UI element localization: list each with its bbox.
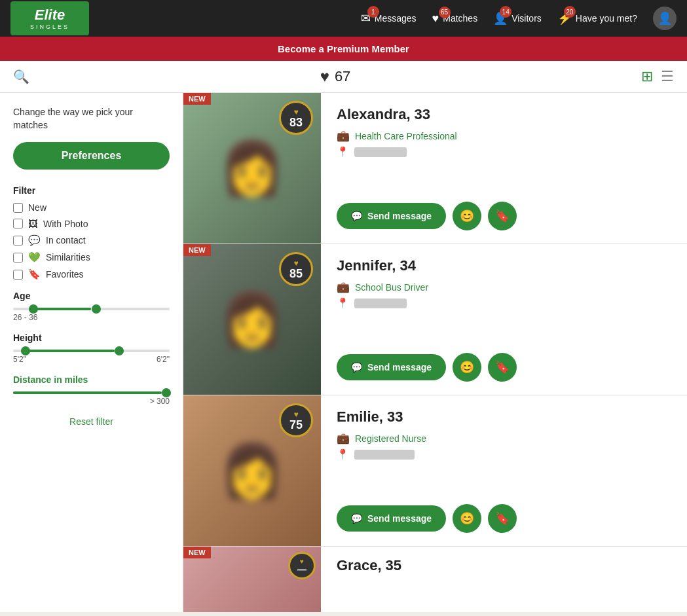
filter-with-photo[interactable]: 🖼 With Photo xyxy=(13,218,170,229)
favorites-icon: 🔖 xyxy=(28,268,41,280)
send-message-btn-3[interactable]: 💬 Send message xyxy=(337,505,446,532)
age-slider-min-thumb[interactable] xyxy=(29,304,38,314)
bookmark-btn-1[interactable]: 🔖 xyxy=(488,202,517,230)
match-location-3: 📍 ██████████ xyxy=(337,448,671,460)
match-actions-3: 💬 Send message 😊 🔖 xyxy=(337,504,671,533)
filter-favorites-checkbox[interactable] xyxy=(13,270,23,280)
smile-btn-2[interactable]: 😊 xyxy=(453,353,481,382)
match-location-text-3: ██████████ xyxy=(354,450,415,460)
bookmark-btn-3[interactable]: 🔖 xyxy=(488,504,517,533)
chat-icon-1: 💬 xyxy=(351,211,362,221)
match-location-2: 📍 ███████ xyxy=(337,297,671,309)
filter-favorites-label: Favorites xyxy=(46,269,84,280)
score-heart-3: ♥ xyxy=(293,410,298,419)
distance-slider-fill xyxy=(13,391,162,394)
messages-badge: 1 xyxy=(367,6,379,18)
match-name-4: Grace, 35 xyxy=(337,557,671,574)
have-you-met-label: Have you met? xyxy=(576,13,637,24)
new-badge-1: NEW xyxy=(183,93,211,105)
briefcase-icon-2: 💼 xyxy=(337,281,350,293)
filter-similarities[interactable]: 💚 Similarities xyxy=(13,251,170,263)
match-photo-2: NEW ♥ 85 👩 xyxy=(183,244,321,395)
logo-sub: SINGLES xyxy=(30,24,69,30)
match-info-4: Grace, 35 xyxy=(321,547,687,612)
sidebar: Change the way we pick your matches Pref… xyxy=(0,93,183,612)
logo[interactable]: Elite SINGLES xyxy=(10,1,89,35)
bookmark-btn-2[interactable]: 🔖 xyxy=(488,353,517,382)
main-content: Change the way we pick your matches Pref… xyxy=(0,93,687,612)
smile-btn-1[interactable]: 😊 xyxy=(453,202,481,230)
reset-filter-button[interactable]: Reset filter xyxy=(69,416,113,427)
search-bar: 🔍 ♥ 67 ⊞ ☰ xyxy=(0,61,687,93)
age-slider-labels: 26 - 36 xyxy=(13,313,170,322)
score-num-2: 85 xyxy=(289,268,303,280)
chat-icon-2: 💬 xyxy=(351,362,362,372)
heart-count-icon: ♥ xyxy=(320,67,329,86)
distance-section-title: Distance in miles xyxy=(13,374,170,385)
smile-btn-3[interactable]: 😊 xyxy=(453,504,481,533)
search-icon[interactable]: 🔍 xyxy=(13,69,29,84)
premium-bar[interactable]: Become a Premium Member xyxy=(0,37,687,61)
list-view-icon[interactable]: ☰ xyxy=(661,68,674,85)
score-heart-2: ♥ xyxy=(293,259,298,268)
filter-in-contact-label: In contact xyxy=(46,235,86,245)
filter-new-checkbox[interactable] xyxy=(13,203,23,213)
match-photo-1: NEW ♥ 83 👩 xyxy=(183,93,321,244)
nav-have-you-met[interactable]: 20 ⚡ Have you met? xyxy=(557,11,637,26)
height-max-label: 6'2" xyxy=(157,355,170,364)
height-min-label: 5'2" xyxy=(13,355,26,364)
match-location-text-2: ███████ xyxy=(354,299,407,308)
send-btn-label-2: Send message xyxy=(367,362,432,372)
filter-with-photo-checkbox[interactable] xyxy=(13,219,23,228)
score-badge-4: ♥ — xyxy=(288,552,316,579)
match-location-1: 📍 ████████ xyxy=(337,146,671,158)
score-badge-1: ♥ 83 xyxy=(279,101,313,135)
filter-new[interactable]: New xyxy=(13,202,170,213)
heart-count-display: ♥ 67 xyxy=(320,67,351,86)
chat-icon-3: 💬 xyxy=(351,513,362,524)
grid-view-icon[interactable]: ⊞ xyxy=(641,68,653,85)
similarities-icon: 💚 xyxy=(28,251,41,263)
new-badge-2: NEW xyxy=(183,244,211,256)
match-job-3: 💼 Registered Nurse xyxy=(337,432,671,444)
filter-in-contact-checkbox[interactable] xyxy=(13,236,23,245)
send-message-btn-2[interactable]: 💬 Send message xyxy=(337,354,446,380)
heart-nav-icon: ♥ xyxy=(432,12,439,26)
match-info-1: Alexandra, 33 💼 Health Care Professional… xyxy=(321,93,687,244)
filter-similarities-label: Similarities xyxy=(46,252,90,263)
match-photo-4: NEW ♥ — xyxy=(183,547,321,612)
height-slider-track xyxy=(13,350,170,352)
nav-items: 1 ✉ Messages 65 ♥ Matches 14 👤 Visitors … xyxy=(361,7,677,30)
score-heart-4: ♥ xyxy=(300,558,304,565)
filter-favorites[interactable]: 🔖 Favorites xyxy=(13,268,170,280)
nav-matches[interactable]: 65 ♥ Matches xyxy=(432,12,478,26)
location-icon-1: 📍 xyxy=(337,146,349,158)
age-slider-max-thumb[interactable] xyxy=(92,304,101,314)
score-badge-2: ♥ 85 xyxy=(279,252,313,286)
user-avatar[interactable]: 👤 xyxy=(653,7,677,30)
match-name-1: Alexandra, 33 xyxy=(337,106,671,123)
send-message-btn-1[interactable]: 💬 Send message xyxy=(337,203,446,229)
preferences-button[interactable]: Preferences xyxy=(13,142,170,170)
filter-new-label: New xyxy=(28,202,46,213)
height-slider-max-thumb[interactable] xyxy=(115,346,124,355)
have-you-met-badge: 20 xyxy=(564,6,576,18)
filter-similarities-checkbox[interactable] xyxy=(13,253,23,263)
height-slider-min-thumb[interactable] xyxy=(21,346,30,355)
nav-messages[interactable]: 1 ✉ Messages xyxy=(361,11,417,26)
distance-slider-thumb[interactable] xyxy=(162,388,171,397)
matches-list: NEW ♥ 83 👩 Alexandra, 33 💼 Health Care P… xyxy=(183,93,687,612)
height-slider-fill xyxy=(21,350,115,352)
match-job-label-1: Health Care Professional xyxy=(355,131,457,141)
messages-label: Messages xyxy=(375,13,417,24)
score-heart-1: ♥ xyxy=(293,107,298,117)
filter-in-contact[interactable]: 💬 In contact xyxy=(13,234,170,246)
height-slider-labels: 5'2" 6'2" xyxy=(13,355,170,364)
send-btn-label-1: Send message xyxy=(367,211,432,221)
score-badge-3: ♥ 75 xyxy=(279,403,313,437)
nav-visitors[interactable]: 14 👤 Visitors xyxy=(493,11,542,26)
match-photo-3: ♥ 75 👩 xyxy=(183,395,321,546)
match-info-3: Emilie, 33 💼 Registered Nurse 📍 ████████… xyxy=(321,395,687,546)
send-btn-label-3: Send message xyxy=(367,513,432,524)
match-job-2: 💼 School Bus Driver xyxy=(337,281,671,293)
